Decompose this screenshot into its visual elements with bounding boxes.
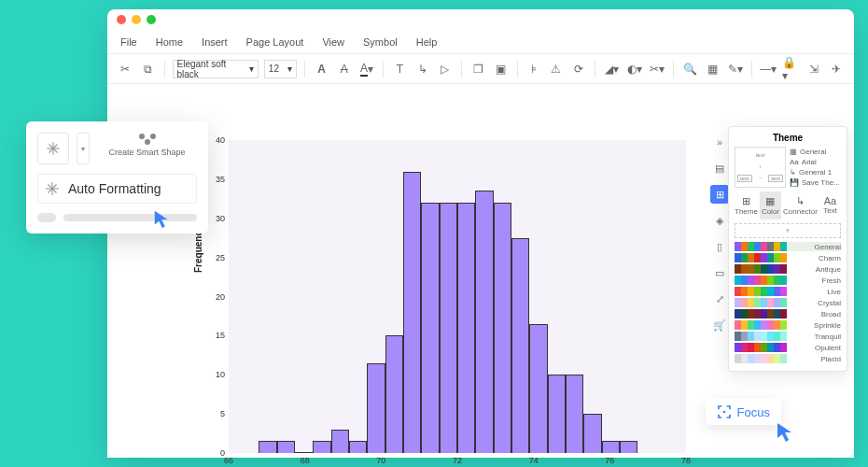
theme-tab-text[interactable]: AaText — [819, 191, 841, 219]
histogram-bar — [313, 441, 330, 453]
histogram-bar — [259, 441, 276, 453]
x-tick: 72 — [453, 456, 462, 465]
pen-icon[interactable]: ✎▾ — [727, 60, 744, 78]
histogram-bar — [457, 203, 475, 453]
font-color-icon[interactable]: A▾ — [358, 60, 375, 78]
sparkle-button[interactable] — [37, 133, 69, 164]
save-icon: 💾 — [790, 178, 799, 187]
export-icon[interactable]: ⇲ — [805, 60, 822, 78]
focus-label: Focus — [737, 405, 770, 419]
palette-tranquil[interactable]: Tranquil — [735, 332, 841, 341]
svg-point-11 — [722, 411, 725, 414]
font-select[interactable]: Elegant soft black▾ — [173, 60, 259, 78]
create-smart-shape-button[interactable]: Create Smart Shape — [97, 133, 197, 157]
table-icon[interactable]: ▦ — [704, 60, 721, 78]
copy-icon[interactable]: ⧉ — [139, 60, 156, 78]
add-palette-button[interactable]: + — [735, 223, 841, 238]
align-left-icon[interactable]: ⊧ — [525, 60, 542, 78]
histogram-bar — [583, 414, 601, 453]
fill-icon[interactable]: ◢▾ — [603, 60, 620, 78]
meta-save[interactable]: Save The... — [802, 178, 840, 187]
menu-view[interactable]: View — [322, 36, 344, 48]
slider-row[interactable] — [37, 213, 197, 222]
histogram-bar — [367, 363, 385, 453]
cart-rail-icon[interactable]: 🛒 — [710, 316, 729, 334]
slider-track[interactable] — [63, 214, 197, 221]
rotate-icon[interactable]: ⟳ — [570, 60, 587, 78]
theme-preview[interactable]: text ↓ text→text — [735, 147, 786, 188]
theme-tab-connector[interactable]: ↳Connector — [783, 191, 818, 219]
palette-broad[interactable]: Broad — [735, 309, 841, 318]
text-tool-icon[interactable]: T — [391, 60, 408, 78]
close-dot[interactable] — [117, 15, 126, 24]
layout-icon[interactable]: ▤ — [710, 159, 729, 177]
lock-icon[interactable]: 🔒▾ — [782, 60, 799, 78]
x-tick: 74 — [529, 456, 539, 465]
menu-page-layout[interactable]: Page Layout — [246, 36, 304, 48]
expand-rail-icon[interactable]: ⤢ — [710, 290, 729, 308]
palette-opulent[interactable]: Opulent — [735, 343, 841, 352]
palette-charm[interactable]: Charm — [735, 253, 841, 262]
distribute-icon[interactable]: ⚠ — [548, 60, 565, 78]
histogram-bar — [602, 441, 620, 453]
y-tick: 0 — [208, 448, 225, 458]
theme-tab-theme[interactable]: ⊞Theme — [735, 191, 758, 219]
strike-icon[interactable]: A — [336, 60, 353, 78]
theme-rail-icon[interactable]: ⊞ — [710, 185, 729, 204]
palette-fresh[interactable]: Fresh — [735, 276, 841, 285]
line-icon[interactable]: —▾ — [760, 60, 777, 78]
connector-icon[interactable]: ↳ — [413, 60, 430, 78]
image-rail-icon[interactable]: ▭ — [710, 263, 729, 282]
auto-formatting-row[interactable]: Auto Formatting — [37, 174, 197, 204]
meta-general: General — [800, 148, 826, 156]
group-icon[interactable]: ▣ — [492, 60, 509, 78]
histogram-bar — [548, 375, 566, 453]
palette-placid[interactable]: Placid — [735, 354, 841, 363]
palette-antique[interactable]: Antique — [735, 264, 841, 274]
palette-general[interactable]: General — [735, 242, 841, 251]
histogram-bar — [421, 203, 439, 453]
histogram-bar — [494, 203, 511, 453]
y-tick: 25 — [208, 253, 225, 262]
dropdown-chevron[interactable]: ▾ — [77, 133, 90, 164]
meta-style: General 1 — [799, 168, 832, 177]
crop-icon[interactable]: ✂▾ — [649, 60, 665, 78]
menu-home[interactable]: Home — [156, 36, 183, 48]
layers-icon[interactable]: ❐ — [469, 60, 486, 78]
palette-live[interactable]: Live — [735, 287, 841, 296]
palette-sprinkle[interactable]: Sprinkle — [735, 320, 841, 330]
cut-icon[interactable]: ✂ — [117, 60, 133, 78]
histogram-bar — [440, 203, 457, 453]
menu-insert[interactable]: Insert — [202, 36, 228, 48]
histogram-bar — [529, 324, 547, 453]
svg-point-6 — [145, 139, 150, 145]
layers-rail-icon[interactable]: ◈ — [710, 211, 729, 230]
shadow-icon[interactable]: ◐▾ — [626, 60, 643, 78]
menu-file[interactable]: File — [120, 36, 137, 48]
histogram-bar — [277, 441, 295, 453]
y-tick: 10 — [208, 370, 225, 379]
bold-icon[interactable]: A — [313, 60, 329, 78]
histogram-bar — [295, 452, 313, 453]
palette-label: Tranquil — [814, 333, 841, 341]
sparkle-icon-2 — [44, 180, 61, 197]
menu-help[interactable]: Help — [416, 36, 438, 48]
zoom-dot[interactable] — [147, 15, 156, 24]
menu-symbol[interactable]: Symbol — [363, 36, 398, 48]
page-rail-icon[interactable]: ▯ — [710, 237, 729, 256]
right-rail: » ▤ ⊞ ◈ ▯ ▭ ⤢ 🛒 — [709, 133, 730, 334]
minimize-dot[interactable] — [132, 15, 141, 24]
size-select[interactable]: 12▾ — [264, 60, 298, 78]
histogram-bar — [349, 441, 367, 453]
palette-crystal[interactable]: Crystal — [735, 298, 841, 307]
send-icon[interactable]: ✈ — [828, 60, 845, 78]
x-tick: 78 — [681, 456, 691, 465]
histogram-bar — [566, 375, 583, 453]
pointer-icon[interactable]: ▷ — [437, 60, 454, 78]
palette-label: Crystal — [818, 299, 841, 307]
focus-button[interactable]: Focus — [706, 399, 781, 425]
collapse-icon[interactable]: » — [710, 133, 729, 151]
slider-thumb[interactable] — [37, 213, 56, 222]
search-icon[interactable]: 🔍 — [681, 60, 698, 78]
theme-tab-color[interactable]: ▦Color — [760, 191, 781, 219]
